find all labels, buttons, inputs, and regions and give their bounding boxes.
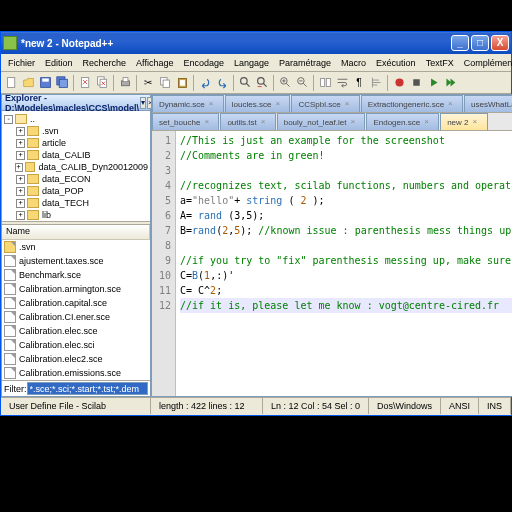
list-item[interactable]: .svn <box>2 240 150 254</box>
tab-bar-bottom[interactable]: set_bouche×outils.tst×bouly_not_leaf.let… <box>152 113 512 131</box>
expand-icon[interactable]: - <box>4 115 13 124</box>
tab[interactable]: Endogen.sce× <box>366 113 439 130</box>
list-item[interactable]: ajustement.taxes.sce <box>2 254 150 268</box>
menu-macro[interactable]: Macro <box>336 56 371 70</box>
expand-icon[interactable]: + <box>16 175 25 184</box>
macro-stop-icon[interactable] <box>408 75 424 91</box>
tab[interactable]: CCSpbl.sce× <box>291 95 359 112</box>
close-button[interactable]: X <box>491 35 509 51</box>
line-gutter[interactable]: 123456789101112 <box>152 131 176 396</box>
expand-icon[interactable]: + <box>16 187 25 196</box>
menu-edition[interactable]: Edition <box>40 56 78 70</box>
find-icon[interactable] <box>237 75 253 91</box>
expand-icon[interactable]: + <box>16 151 25 160</box>
window-title: *new 2 - Notepad++ <box>21 38 113 49</box>
tab-close-icon[interactable]: × <box>261 118 269 126</box>
list-item[interactable]: Calibration.capital.sce <box>2 296 150 310</box>
explorer-header[interactable]: Explorer - D:\Modeles\macles\CCS\model\ … <box>2 95 150 111</box>
tree-node[interactable]: +data_CALIB <box>4 149 148 161</box>
file-list[interactable]: Name .svnajustement.taxes.sceBenchmark.s… <box>2 225 150 380</box>
expand-icon[interactable]: + <box>15 163 23 172</box>
list-item[interactable]: Calibration.elec.sce <box>2 324 150 338</box>
menu-langage[interactable]: Langage <box>229 56 274 70</box>
tree-node[interactable]: +.svn <box>4 125 148 137</box>
tab[interactable]: new 2× <box>440 113 487 130</box>
tab[interactable]: loucles.sce× <box>225 95 291 112</box>
save-all-icon[interactable] <box>54 75 70 91</box>
tab[interactable]: Extractiongeneric.sce× <box>361 95 463 112</box>
new-file-icon[interactable] <box>3 75 19 91</box>
close-file-icon[interactable] <box>77 75 93 91</box>
macro-multi-icon[interactable] <box>442 75 458 91</box>
folder-tree[interactable]: -..+.svn+article+data_CALIB+data_CALIB_D… <box>2 111 150 221</box>
tab-close-icon[interactable]: × <box>209 100 217 108</box>
menu-compléments[interactable]: Compléments <box>459 56 512 70</box>
menu-exécution[interactable]: Exécution <box>371 56 421 70</box>
tree-node[interactable]: +data_TECH <box>4 197 148 209</box>
close-all-icon[interactable] <box>94 75 110 91</box>
undo-icon[interactable] <box>197 75 213 91</box>
cut-icon[interactable]: ✂ <box>140 75 156 91</box>
tree-node[interactable]: +article <box>4 137 148 149</box>
zoom-in-icon[interactable] <box>277 75 293 91</box>
explorer-pin-icon[interactable]: ▾ <box>140 97 146 109</box>
tab[interactable]: outils.tst× <box>220 113 275 130</box>
column-header-name[interactable]: Name <box>2 225 150 239</box>
tree-node[interactable]: +lib <box>4 209 148 221</box>
copy-icon[interactable] <box>157 75 173 91</box>
redo-icon[interactable] <box>214 75 230 91</box>
tab[interactable]: Dynamic.sce× <box>152 95 224 112</box>
menu-fichier[interactable]: Fichier <box>3 56 40 70</box>
expand-icon[interactable]: + <box>16 127 25 136</box>
tab-bar-top[interactable]: Dynamic.sce×loucles.sce×CCSpbl.sce×Extra… <box>152 95 512 113</box>
tab-close-icon[interactable]: × <box>448 100 456 108</box>
expand-icon[interactable]: + <box>16 211 25 220</box>
tab[interactable]: bouly_not_leaf.let× <box>277 113 366 130</box>
wordwrap-icon[interactable] <box>334 75 350 91</box>
filter-input[interactable] <box>27 382 149 395</box>
file-icon <box>4 353 16 365</box>
indent-guide-icon[interactable] <box>368 75 384 91</box>
expand-icon[interactable]: + <box>16 139 25 148</box>
paste-icon[interactable] <box>174 75 190 91</box>
tree-node[interactable]: +data_POP <box>4 185 148 197</box>
zoom-out-icon[interactable] <box>294 75 310 91</box>
list-item[interactable]: Calibration.CI.ener.sce <box>2 310 150 324</box>
tree-node[interactable]: +data_CALIB_Dyn20012009 <box>4 161 148 173</box>
menu-affichage[interactable]: Affichage <box>131 56 178 70</box>
menu-encodage[interactable]: Encodage <box>178 56 229 70</box>
menu-recherche[interactable]: Recherche <box>78 56 132 70</box>
list-item[interactable]: Calibration.armington.sce <box>2 282 150 296</box>
tab-close-icon[interactable]: × <box>350 118 358 126</box>
replace-icon[interactable] <box>254 75 270 91</box>
tab-close-icon[interactable]: × <box>345 100 353 108</box>
save-icon[interactable] <box>37 75 53 91</box>
sync-scroll-icon[interactable] <box>317 75 333 91</box>
file-icon <box>4 367 16 379</box>
minimize-button[interactable]: _ <box>451 35 469 51</box>
menu-textfx[interactable]: TextFX <box>421 56 459 70</box>
list-item[interactable]: Calibration.emissions.sce <box>2 366 150 380</box>
print-icon[interactable] <box>117 75 133 91</box>
title-bar[interactable]: *new 2 - Notepad++ _ □ X <box>1 32 511 54</box>
tab-close-icon[interactable]: × <box>204 118 212 126</box>
file-icon <box>4 311 16 323</box>
list-item[interactable]: Calibration.elec.sci <box>2 338 150 352</box>
open-file-icon[interactable] <box>20 75 36 91</box>
expand-icon[interactable]: + <box>16 199 25 208</box>
tab[interactable]: usesWhatLang.sce× <box>464 95 512 112</box>
tab-close-icon[interactable]: × <box>473 118 481 126</box>
list-item[interactable]: Benchmark.sce <box>2 268 150 282</box>
tab-close-icon[interactable]: × <box>275 100 283 108</box>
macro-record-icon[interactable] <box>391 75 407 91</box>
tree-node[interactable]: +data_ECON <box>4 173 148 185</box>
tab[interactable]: set_bouche× <box>152 113 219 130</box>
tree-node[interactable]: -.. <box>4 113 148 125</box>
tab-close-icon[interactable]: × <box>424 118 432 126</box>
menu-paramétrage[interactable]: Paramétrage <box>274 56 336 70</box>
list-item[interactable]: Calibration.elec2.sce <box>2 352 150 366</box>
code-editor[interactable]: //This is just an example for the screen… <box>176 131 512 396</box>
macro-play-icon[interactable] <box>425 75 441 91</box>
maximize-button[interactable]: □ <box>471 35 489 51</box>
show-all-chars-icon[interactable]: ¶ <box>351 75 367 91</box>
